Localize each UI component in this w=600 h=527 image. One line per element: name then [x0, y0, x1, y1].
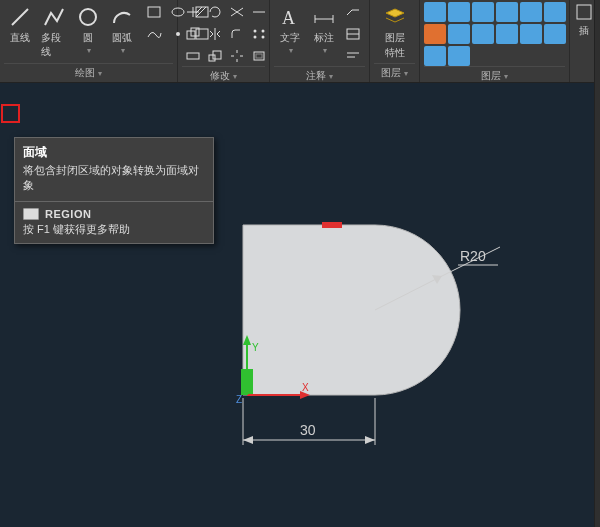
- tool-arc-label: 圆弧: [112, 31, 132, 45]
- panel-layerprops: 图层 特性 图层: [370, 0, 420, 82]
- dimension-width-value: 30: [300, 422, 316, 438]
- tool-trim[interactable]: [226, 2, 248, 22]
- layer-tool-13[interactable]: [424, 46, 446, 66]
- tool-polyline[interactable]: 多段线: [38, 2, 70, 61]
- svg-rect-2: [148, 7, 160, 17]
- tool-rotate[interactable]: [204, 2, 226, 22]
- layer-tool-9[interactable]: [472, 24, 494, 44]
- layer-tool-5[interactable]: [520, 2, 542, 22]
- panel-draw-label[interactable]: 绘图: [4, 63, 173, 82]
- tool-dim-label: 标注: [314, 31, 334, 45]
- svg-point-14: [254, 36, 257, 39]
- tool-layer-properties[interactable]: 图层 特性: [379, 2, 411, 62]
- layer-tool-14[interactable]: [448, 46, 470, 66]
- tooltip-title: 面域: [15, 138, 213, 163]
- tool-table[interactable]: [342, 24, 364, 44]
- layer-tool-7[interactable]: [424, 24, 446, 44]
- ribbon: 直线 多段线 圆▾ 圆弧▾ 绘图: [0, 0, 600, 83]
- tool-scale[interactable]: [204, 46, 226, 66]
- layer-tool-12[interactable]: [544, 24, 566, 44]
- tool-stretch[interactable]: [182, 46, 204, 66]
- layer-tool-2[interactable]: [448, 2, 470, 22]
- layer-tool-3[interactable]: [472, 2, 494, 22]
- right-edge: [594, 0, 600, 527]
- tool-rectangle[interactable]: [143, 2, 165, 22]
- panel-layerprops-label[interactable]: 图层: [374, 63, 415, 82]
- tool-offset[interactable]: [248, 46, 270, 66]
- tool-text-label: 文字: [280, 31, 300, 45]
- layer-tool-11[interactable]: [520, 24, 542, 44]
- tool-copy[interactable]: [182, 24, 204, 44]
- tool-dimension[interactable]: 标注▾: [308, 2, 340, 57]
- tool-layerprops-label2: 特性: [385, 46, 405, 60]
- tool-line[interactable]: 直线: [4, 2, 36, 47]
- tooltip-command: REGION: [45, 208, 91, 220]
- region-tooltip: 面域 将包含封闭区域的对象转换为面域对象 REGION 按 F1 键获得更多帮助: [14, 137, 214, 244]
- axis-x-label: X: [302, 382, 309, 393]
- tool-line-label: 直线: [10, 31, 30, 45]
- tool-arc[interactable]: 圆弧▾: [106, 2, 138, 57]
- tool-fillet[interactable]: [226, 24, 248, 44]
- svg-point-12: [254, 30, 257, 33]
- tool-extend[interactable]: [248, 2, 270, 22]
- svg-point-1: [80, 9, 96, 25]
- dimension-radius-value: R20: [460, 248, 486, 264]
- layer-tool-8[interactable]: [448, 24, 470, 44]
- dimension-width[interactable]: 30: [243, 398, 375, 445]
- tooltip-help: 按 F1 键获得更多帮助: [15, 222, 213, 243]
- layer-tool-1[interactable]: [424, 2, 446, 22]
- svg-line-0: [12, 9, 28, 25]
- svg-point-13: [262, 30, 265, 33]
- tool-circle-label: 圆: [83, 31, 93, 45]
- tool-explode[interactable]: [226, 46, 248, 66]
- tool-polyline-label: 多段线: [41, 31, 67, 59]
- panel-annotation: A 文字▾ 标注▾ 注释: [270, 0, 370, 82]
- svg-rect-16: [187, 53, 199, 59]
- tool-insert[interactable]: [573, 2, 595, 22]
- grip-top[interactable]: [322, 222, 342, 228]
- tool-mirror[interactable]: [204, 24, 226, 44]
- layer-tool-4[interactable]: [496, 2, 518, 22]
- tooltip-command-icon: [23, 208, 39, 220]
- tool-insert-label: 插: [579, 24, 589, 38]
- axis-z-label: Z: [236, 394, 242, 405]
- tool-move[interactable]: [182, 2, 204, 22]
- axis-y-label: Y: [252, 342, 259, 353]
- svg-point-15: [262, 36, 265, 39]
- tool-mtext[interactable]: [342, 46, 364, 66]
- svg-marker-48: [365, 436, 375, 444]
- svg-rect-17: [209, 55, 215, 61]
- layer-tool-10[interactable]: [496, 24, 518, 44]
- cad-shape: [243, 225, 460, 395]
- svg-marker-47: [243, 436, 253, 444]
- panel-draw: 直线 多段线 圆▾ 圆弧▾ 绘图: [0, 0, 178, 82]
- svg-text:A: A: [282, 8, 295, 28]
- tool-circle[interactable]: 圆▾: [72, 2, 104, 57]
- svg-rect-29: [577, 5, 591, 19]
- tooltip-description: 将包含封闭区域的对象转换为面域对象: [15, 163, 213, 199]
- tool-layerprops-label1: 图层: [385, 31, 405, 45]
- tool-leader[interactable]: [342, 2, 364, 22]
- panel-layers: 图层: [420, 0, 570, 82]
- tool-text[interactable]: A 文字▾: [274, 2, 306, 57]
- panel-modify: 修改: [178, 0, 270, 82]
- tool-array[interactable]: [248, 24, 270, 44]
- layer-tool-6[interactable]: [544, 2, 566, 22]
- svg-rect-20: [256, 54, 262, 58]
- tool-spline[interactable]: [143, 24, 165, 44]
